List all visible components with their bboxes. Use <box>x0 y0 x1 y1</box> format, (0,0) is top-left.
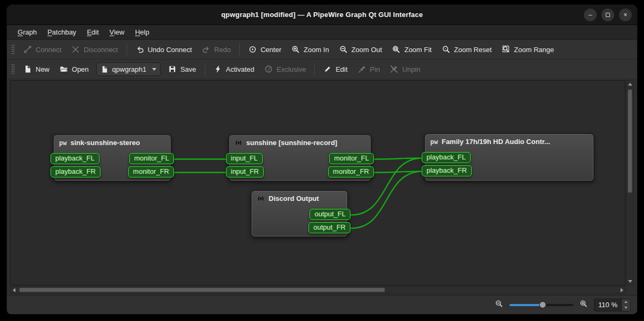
zoom-in-icon <box>580 300 588 308</box>
port-output-fr[interactable]: output_FR <box>308 222 350 233</box>
horizontal-scroll-thumb[interactable] <box>19 288 385 292</box>
port-monitor-fl[interactable]: monitor_FL <box>129 153 174 164</box>
connection-wire <box>374 158 422 159</box>
menu-edit[interactable]: Edit <box>81 25 104 39</box>
port-monitor-fr[interactable]: monitor_FR <box>128 166 174 178</box>
minimize-button[interactable]: – <box>584 9 597 21</box>
port-output-fl[interactable]: output_FL <box>310 209 350 220</box>
menu-help[interactable]: Help <box>130 25 155 39</box>
scroll-left-button[interactable] <box>11 286 18 293</box>
undo-connect-button[interactable]: Undo Connect <box>131 42 197 57</box>
edit-button[interactable]: Edit <box>319 62 352 77</box>
port-playback-fl[interactable]: playback_FL <box>422 152 471 163</box>
node-title: Discord Output <box>269 195 319 202</box>
toolbar-button-label: Center <box>261 46 281 54</box>
redo-button[interactable]: Redo <box>197 42 236 57</box>
node-header[interactable]: Discord Output <box>252 191 347 205</box>
zoom-spin-down-button[interactable] <box>622 305 630 311</box>
port-playback-fr[interactable]: playback_FR <box>422 165 472 176</box>
toolbar-button-label: Zoom In <box>304 46 329 54</box>
disconnect-button[interactable]: Disconnect <box>66 42 122 57</box>
port-input-fl[interactable]: input_FL <box>226 153 263 164</box>
node-header[interactable]: pwFamily 17h/19h HD Audio Contr... <box>425 134 593 148</box>
patchbay-selector-value: qpwgraph1 <box>112 65 146 73</box>
disconnect-icon <box>71 45 80 54</box>
center-button[interactable]: Center <box>244 42 286 57</box>
zoom-range-button[interactable]: Zoom Range <box>497 42 559 57</box>
zoom-slider[interactable] <box>509 301 573 309</box>
connection-wire <box>374 172 422 173</box>
toolbar-button-label: Zoom Fit <box>404 46 431 54</box>
menu-graph[interactable]: Graph <box>12 25 42 39</box>
zoom-range-icon <box>502 45 511 54</box>
toolbar-button-label: Unpin <box>402 65 420 73</box>
toolbar-handle[interactable] <box>11 44 15 55</box>
node-title: sunshine [sunshine-record] <box>246 139 337 147</box>
port-input-fr[interactable]: input_FR <box>226 166 264 178</box>
horizontal-scrollbar[interactable] <box>10 286 626 294</box>
titlebar[interactable]: qpwgraph1 [modified] — A PipeWire Graph … <box>7 5 637 25</box>
node-sink-sunshine-stereo[interactable]: pwsink-sunshine-stereoplayback_FLplaybac… <box>53 134 171 181</box>
pin-button[interactable]: Pin <box>353 62 385 77</box>
vertical-scroll-thumb[interactable] <box>628 89 632 193</box>
save-button[interactable]: Save <box>163 62 201 77</box>
port-monitor-fr[interactable]: monitor_FR <box>328 166 374 178</box>
connect-button[interactable]: Connect <box>19 42 66 57</box>
open-button[interactable]: Open <box>55 62 94 77</box>
zoom-spin-arrows <box>621 299 630 311</box>
graph-canvas[interactable]: pwsink-sunshine-stereoplayback_FLplaybac… <box>10 80 625 285</box>
toolbar-button-label: Zoom Reset <box>454 46 492 54</box>
unpin-button[interactable]: Unpin <box>385 62 425 77</box>
connect-icon <box>23 45 32 54</box>
toolbar-separator <box>314 63 315 75</box>
zoom-out-icon <box>495 300 503 308</box>
zoom-slider-fill <box>509 304 542 306</box>
zoom-in-button[interactable]: Zoom In <box>287 42 334 57</box>
spin-down-icon <box>624 307 628 309</box>
zoom-spin-up-button[interactable] <box>622 299 630 305</box>
node-header[interactable]: pwsink-sunshine-stereo <box>54 135 171 149</box>
port-monitor-fl[interactable]: monitor_FL <box>329 153 374 164</box>
scroll-up-button[interactable] <box>626 81 633 88</box>
toolbar-patchbay: NewOpenqpwgraph1SaveActivatedfExclusiveE… <box>7 60 637 79</box>
menu-view[interactable]: View <box>104 25 130 39</box>
port-playback-fr[interactable]: playback_FR <box>51 166 101 178</box>
zoom-spinbox[interactable]: 110 % <box>594 299 631 311</box>
toolbar-separator <box>239 43 240 56</box>
zoom-out-icon[interactable] <box>495 300 503 310</box>
size-grip[interactable] <box>626 286 634 294</box>
window-controls: – × <box>584 5 632 24</box>
new-button[interactable]: New <box>19 62 54 77</box>
toolbar-button-label: Undo Connect <box>148 46 192 54</box>
zoom-out-button[interactable]: Zoom Out <box>334 42 387 57</box>
node-discord-output[interactable]: Discord Outputoutput_FLoutput_FR <box>251 190 348 237</box>
activated-icon <box>214 65 222 73</box>
toolbar-button-label: Zoom Out <box>352 46 382 54</box>
toolbar-button-label: New <box>36 65 49 73</box>
stream-icon <box>235 139 242 147</box>
edit-icon <box>323 65 332 73</box>
node-header[interactable]: sunshine [sunshine-record] <box>229 135 371 149</box>
vertical-scrollbar[interactable] <box>626 80 634 285</box>
zoom-fit-button[interactable]: Zoom Fit <box>387 42 436 57</box>
node-family-17h-19h-hd-audio-contr[interactable]: pwFamily 17h/19h HD Audio Contr...playba… <box>424 133 594 181</box>
zoom-value: 110 % <box>595 299 621 311</box>
patchbay-selector-combo[interactable]: qpwgraph1 <box>96 63 161 76</box>
port-playback-fl[interactable]: playback_FL <box>51 153 99 164</box>
exclusive-button[interactable]: fExclusive <box>260 62 311 77</box>
zoom-slider-handle[interactable] <box>539 301 546 308</box>
app-window: qpwgraph1 [modified] — A PipeWire Graph … <box>6 4 638 315</box>
zoom-reset-icon <box>442 45 450 54</box>
zoom-in-icon[interactable] <box>580 300 588 310</box>
scroll-down-button[interactable] <box>626 278 633 285</box>
node-sunshine-sunshine-record[interactable]: sunshine [sunshine-record]input_FLinput_… <box>229 134 371 181</box>
maximize-button[interactable] <box>601 9 614 21</box>
scroll-right-button[interactable] <box>618 286 625 293</box>
activated-button[interactable]: Activated <box>209 62 259 77</box>
toolbar-handle[interactable] <box>11 64 15 74</box>
menu-patchbay[interactable]: Patchbay <box>42 25 81 39</box>
zoom-reset-button[interactable]: Zoom Reset <box>437 42 497 57</box>
close-button[interactable]: × <box>619 9 632 21</box>
menubar: GraphPatchbayEditViewHelp <box>7 25 637 40</box>
node-title: Family 17h/19h HD Audio Contr... <box>441 138 550 146</box>
